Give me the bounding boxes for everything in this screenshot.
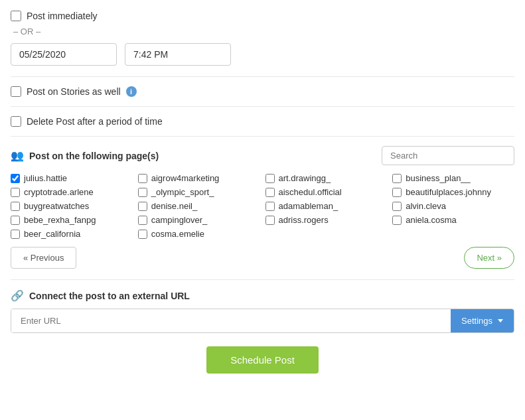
schedule-row: Schedule Post	[11, 346, 514, 374]
page-checkbox[interactable]	[138, 230, 147, 239]
pages-search-input[interactable]	[382, 146, 514, 165]
page-checkbox[interactable]	[11, 230, 20, 239]
page-item: cryptotrade.arlene	[11, 187, 133, 197]
post-immediately-label: Post immediately	[27, 11, 98, 21]
page-checkbox[interactable]	[392, 202, 402, 211]
divider-2	[11, 106, 514, 107]
page-label: aigrow4marketing	[151, 173, 220, 183]
page-item: bebe_rexha_fanpg	[11, 215, 133, 225]
page-item: adriss.rogers	[265, 215, 388, 225]
schedule-post-button[interactable]: Schedule Post	[206, 346, 319, 374]
post-stories-label: Post on Stories as well	[27, 86, 121, 97]
page-item: beautifulplaces.johnny	[392, 187, 514, 197]
url-link-icon: 🔗	[11, 289, 24, 302]
page-checkbox[interactable]	[392, 188, 402, 197]
page-item: aigrow4marketing	[138, 173, 260, 183]
pages-header: 👥 Post on the following page(s)	[11, 146, 514, 165]
page-label: business_plan__	[406, 173, 471, 183]
divider-4	[11, 279, 514, 280]
page-item: denise.neil_	[138, 201, 260, 211]
page-checkbox[interactable]	[265, 188, 275, 197]
page-label: cosma.emelie	[151, 229, 204, 239]
page-item: cosma.emelie	[138, 229, 260, 239]
page-label: beautifulplaces.johnny	[406, 187, 491, 197]
post-immediately-section: Post immediately – OR –	[11, 11, 514, 66]
post-stories-checkbox[interactable]	[11, 86, 21, 97]
delete-post-section: Delete Post after a period of time	[11, 116, 514, 127]
pages-icon: 👥	[11, 149, 24, 162]
settings-button[interactable]: Settings	[451, 309, 514, 332]
page-label: adriss.rogers	[279, 215, 329, 225]
next-button[interactable]: Next »	[464, 247, 514, 269]
url-title: 🔗 Connect the post to an external URL	[11, 289, 514, 302]
post-immediately-row: Post immediately	[11, 11, 514, 21]
page-checkbox[interactable]	[392, 174, 402, 183]
page-item: art.drawingg_	[265, 173, 388, 183]
page-label: aniela.cosma	[406, 215, 457, 225]
page-checkbox[interactable]	[11, 216, 20, 225]
page-item: aischedul.official	[265, 187, 388, 197]
page-item: buygreatwatches	[11, 201, 133, 211]
page-item: _olympic_sport_	[138, 187, 260, 197]
page-checkbox[interactable]	[265, 202, 275, 211]
stories-info-icon[interactable]: i	[126, 86, 137, 97]
url-title-text: Connect the post to an external URL	[29, 291, 190, 301]
page-checkbox[interactable]	[138, 188, 147, 197]
page-label: bebe_rexha_fanpg	[24, 215, 96, 225]
delete-post-checkbox[interactable]	[11, 116, 21, 127]
page-label: julius.hattie	[24, 173, 67, 183]
or-divider: – OR –	[13, 27, 514, 36]
divider-1	[11, 76, 514, 77]
page-checkbox[interactable]	[11, 188, 20, 197]
page-item: beer_california	[11, 229, 133, 239]
page-label: beer_california	[24, 229, 80, 239]
url-input[interactable]	[11, 309, 451, 332]
post-stories-section: Post on Stories as well i	[11, 86, 514, 97]
page-checkbox[interactable]	[138, 202, 147, 211]
divider-3	[11, 136, 514, 137]
delete-post-label: Delete Post after a period of time	[27, 116, 163, 127]
url-section: 🔗 Connect the post to an external URL Se…	[11, 289, 514, 333]
pages-title-text: Post on the following page(s)	[29, 151, 159, 161]
chevron-down-icon	[498, 319, 503, 322]
page-item: business_plan__	[392, 173, 514, 183]
page-item: alvin.cleva	[392, 201, 514, 211]
page-label: adamableman_	[279, 201, 338, 211]
datetime-row	[11, 43, 514, 66]
page-checkbox[interactable]	[11, 174, 20, 183]
page-label: buygreatwatches	[24, 201, 89, 211]
page-checkbox[interactable]	[392, 216, 402, 225]
page-item: campinglover_	[138, 215, 260, 225]
page-label: denise.neil_	[151, 201, 197, 211]
page-label: alvin.cleva	[406, 201, 446, 211]
post-immediately-checkbox[interactable]	[11, 11, 21, 21]
pagination-row: « Previous Next »	[11, 247, 514, 269]
pages-title: 👥 Post on the following page(s)	[11, 149, 159, 162]
pages-grid: julius.hattieaigrow4marketingart.drawing…	[11, 173, 514, 239]
previous-button[interactable]: « Previous	[11, 247, 76, 269]
page-label: campinglover_	[151, 215, 208, 225]
page-checkbox[interactable]	[265, 216, 275, 225]
page-label: cryptotrade.arlene	[24, 187, 94, 197]
url-input-row: Settings	[11, 309, 514, 333]
page-checkbox[interactable]	[138, 216, 147, 225]
page-checkbox[interactable]	[138, 174, 147, 183]
page-label: aischedul.official	[279, 187, 342, 197]
date-input[interactable]	[11, 43, 117, 66]
page-label: art.drawingg_	[279, 173, 331, 183]
pages-section: 👥 Post on the following page(s) julius.h…	[11, 146, 514, 269]
page-item: julius.hattie	[11, 173, 133, 183]
page-item: adamableman_	[265, 201, 388, 211]
time-input[interactable]	[125, 43, 231, 66]
settings-label: Settings	[461, 316, 492, 326]
page-item: aniela.cosma	[392, 215, 514, 225]
page-checkbox[interactable]	[11, 202, 20, 211]
page-label: _olympic_sport_	[151, 187, 214, 197]
page-checkbox[interactable]	[265, 174, 275, 183]
